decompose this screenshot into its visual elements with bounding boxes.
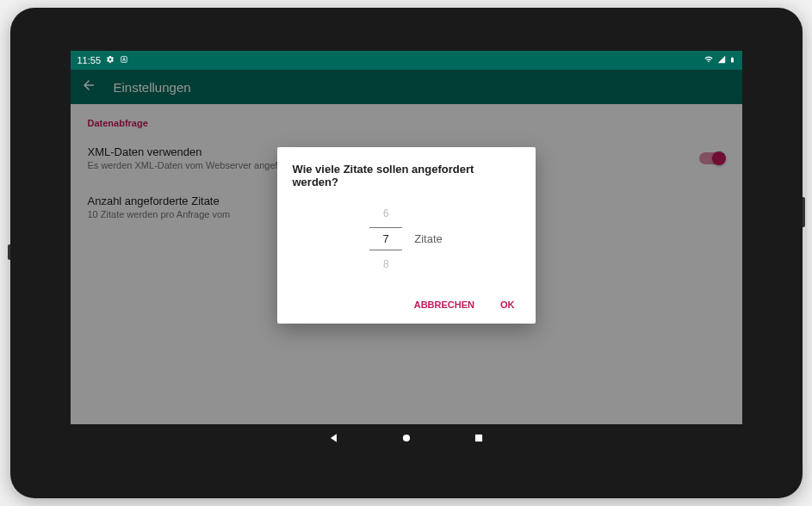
- number-picker-dialog: Wie viele Zitate sollen angefordert werd…: [277, 147, 536, 324]
- picker-column[interactable]: 6 7 8: [369, 202, 402, 275]
- dialog-title: Wie viele Zitate sollen angefordert werd…: [293, 163, 520, 188]
- screen: 11:55 A: [71, 51, 742, 455]
- nav-home-icon[interactable]: [400, 432, 412, 447]
- status-left: 11:55 A: [77, 55, 129, 65]
- app-icon: A: [120, 55, 128, 65]
- status-right: [704, 55, 735, 66]
- picker-next-value: 8: [383, 253, 389, 275]
- dialog-actions: Abbrechen OK: [293, 293, 520, 317]
- device-side-button: [8, 244, 10, 260]
- status-bar: 11:55 A: [71, 51, 742, 70]
- picker-unit-label: Zitate: [414, 232, 443, 245]
- device-side-button: [803, 197, 805, 227]
- number-picker[interactable]: 6 7 8 Zitate: [293, 202, 520, 275]
- svg-rect-3: [474, 435, 481, 441]
- wifi-icon: [704, 55, 714, 65]
- svg-point-2: [402, 435, 409, 441]
- nav-back-icon[interactable]: [328, 432, 340, 447]
- gear-icon: [106, 55, 115, 65]
- picker-prev-value: 6: [383, 202, 389, 225]
- nav-recent-icon[interactable]: [473, 432, 485, 447]
- modal-overlay[interactable]: Wie viele Zitate sollen angefordert werd…: [71, 70, 742, 424]
- svg-text:A: A: [122, 57, 126, 62]
- battery-icon: [729, 55, 735, 66]
- cancel-button[interactable]: Abbrechen: [409, 293, 480, 317]
- nav-bar: [71, 424, 742, 455]
- device-frame: 11:55 A: [10, 8, 803, 498]
- ok-button[interactable]: OK: [495, 293, 520, 317]
- status-time: 11:55: [77, 55, 102, 65]
- picker-selected-value[interactable]: 7: [369, 227, 402, 250]
- signal-icon: [717, 55, 726, 65]
